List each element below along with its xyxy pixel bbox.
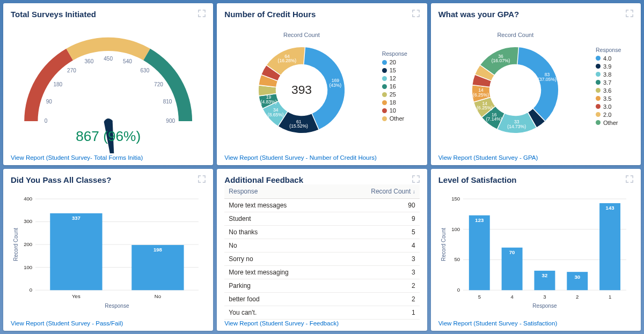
chart-subtitle: Record Count [283,32,320,38]
legend-credit-hours: Response 20151216251810Other [382,50,420,122]
legend-item: Other [382,115,420,122]
column-response[interactable]: Response [224,184,334,199]
svg-text:150: 150 [451,196,460,202]
view-report-link[interactable]: View Report (Student Survey - GPA) [438,154,633,161]
svg-text:2: 2 [576,294,579,300]
svg-text:5: 5 [478,294,480,300]
table-row: More text messaging3 [224,266,419,279]
cell-count: 1 [334,306,419,320]
sort-desc-icon: ↓ [413,189,415,195]
svg-text:100: 100 [451,226,460,232]
svg-text:0: 0 [45,118,48,124]
expand-icon[interactable] [412,10,420,17]
legend-swatch [596,112,601,117]
legend-label: 2.0 [603,112,611,118]
legend-item: 12 [382,75,420,81]
legend-label: 3.6 [603,87,611,94]
card-title: Additional Feedback [224,175,303,184]
legend-swatch [382,108,387,113]
legend-label: 25 [390,91,396,98]
view-report-link[interactable]: View Report (Student Survey - Feedback) [224,320,419,326]
svg-text:450: 450 [104,56,113,62]
card-satisfaction: Level of Satisfaction 050100150123570432… [431,169,641,331]
svg-text:(37.05%): (37.05%) [538,76,557,81]
cell-count: 3 [334,253,419,266]
legend-gpa: Response 4.03.93.83.73.63.53.02.0Other [596,47,633,126]
table-row: No4 [224,239,419,253]
legend-label: Other [390,115,405,122]
cell-count: 90 [334,199,419,212]
view-report-link[interactable]: View Report (Student Survey - Satisfacti… [438,320,633,326]
svg-text:Yes: Yes [72,294,80,300]
legend-item: 16 [382,83,420,90]
legend-swatch [596,96,601,101]
bar-chart-satisfaction: 05010015012357043233021431Record CountRe… [438,184,633,319]
cell-response: No thanks [224,226,334,239]
view-report-link[interactable]: View Report (Student Survey- Total Forms… [11,154,206,161]
cell-count: 9 [334,212,419,226]
svg-text:(4.83%): (4.83%) [261,99,277,104]
view-report-link[interactable]: View Report (Student Survey - Pass/Fail) [11,320,206,326]
card-title: Number of Credit Hours [224,10,316,19]
svg-text:(6.25%): (6.25%) [473,92,489,97]
legend-swatch [596,80,601,85]
card-feedback: Additional Feedback Response Record Coun… [217,169,427,331]
cell-count: 4 [334,239,419,253]
legend-title: Response [382,50,420,57]
svg-text:900: 900 [166,118,175,124]
svg-text:393: 393 [291,82,312,96]
svg-text:143: 143 [605,205,614,211]
svg-text:180: 180 [53,81,62,87]
gauge-segment-red [24,49,73,121]
column-record-count[interactable]: Record Count ↓ [334,184,419,199]
card-title: What was your GPA? [438,10,519,19]
legend-item: 3.7 [596,79,633,86]
chart-subtitle: Record Count [497,32,533,38]
legend-swatch [382,92,387,97]
legend-swatch [382,116,387,121]
table-row: You can't.1 [224,306,419,320]
svg-text:(8.65%): (8.65%) [268,112,284,117]
legend-label: 15 [390,67,396,73]
legend-item: 4.0 [596,55,633,62]
legend-item: 3.9 [596,63,633,70]
legend-label: 20 [390,59,396,65]
card-credit-hours: Number of Credit Hours Record Count 169(… [217,3,427,165]
svg-text:0: 0 [457,287,460,293]
expand-icon[interactable] [626,10,633,17]
legend-item: 18 [382,99,420,106]
expand-icon[interactable] [198,10,206,17]
cell-response: Student [224,212,334,226]
view-report-link[interactable]: View Report (Student Survey - Number of … [224,154,419,161]
svg-text:400: 400 [24,196,32,202]
gauge-chart: 090180270360450540630720810900 867 (96%) [11,19,206,153]
legend-label: 4.0 [603,55,611,62]
cell-response: Sorry no [224,253,334,266]
legend-item: 3.6 [596,87,633,94]
expand-icon[interactable] [412,175,420,183]
cell-count: 2 [334,279,419,293]
svg-text:270: 270 [67,68,76,73]
legend-item: Other [596,120,633,126]
cell-response: More text messaging [224,266,334,279]
card-title: Total Surveys Initiated [11,10,96,19]
legend-label: 3.7 [603,79,611,86]
table-row: Student9 [224,212,419,226]
dashboard-grid: Total Surveys Initiated 0901802703604505… [3,3,641,331]
svg-text:Response: Response [105,303,129,309]
legend-item: 3.8 [596,71,633,78]
card-gpa: What was your GPA? Record Count 83(37.05… [431,3,641,165]
gauge-segment-green [143,49,192,121]
donut-credit-hours: Record Count 169(43%)61(15.52%)34(8.65%)… [224,32,378,141]
svg-rect-60 [469,216,489,291]
svg-text:1: 1 [609,294,611,300]
svg-text:No: No [155,294,161,300]
svg-text:540: 540 [123,58,132,64]
expand-icon[interactable] [626,175,633,183]
legend-item: 25 [382,91,420,98]
gauge-value: 867 (96%) [76,128,141,144]
cell-response: More text messages [224,199,334,212]
legend-label: 3.5 [603,95,611,102]
expand-icon[interactable] [198,175,206,183]
legend-swatch [382,84,387,89]
